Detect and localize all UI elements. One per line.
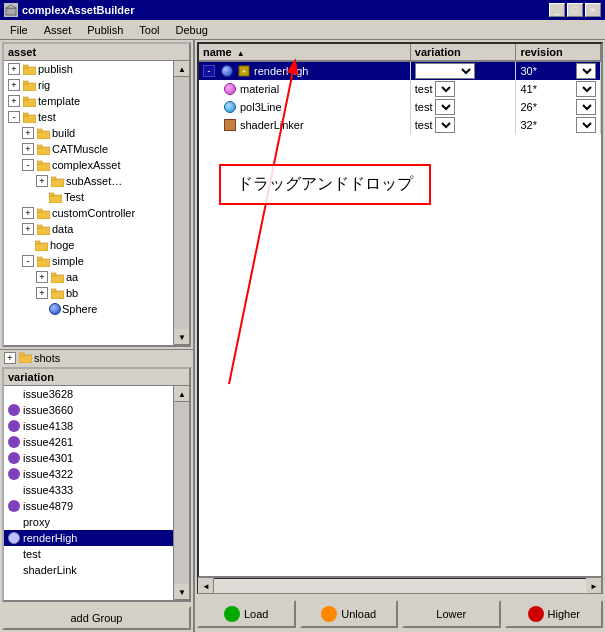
col-variation[interactable]: variation (410, 44, 516, 61)
expand-template[interactable]: + (8, 95, 20, 107)
menu-file[interactable]: File (2, 22, 36, 38)
add-group-button[interactable]: add Group (2, 606, 191, 630)
lower-label: Lower (436, 608, 466, 620)
col-name[interactable]: name ▲ (199, 44, 410, 61)
var-item-issue4138[interactable]: issue4138 (4, 418, 173, 434)
expand-catmuscle[interactable]: + (22, 143, 34, 155)
variation-select-material[interactable] (435, 81, 455, 97)
hscroll-right-btn[interactable]: ► (586, 578, 602, 594)
var-scroll-up-btn[interactable]: ▲ (174, 386, 189, 402)
var-item-renderhigh[interactable]: renderHigh (4, 530, 173, 546)
close-button[interactable]: × (585, 3, 601, 17)
hscroll-left-btn[interactable]: ◄ (198, 578, 214, 594)
tree-item-data[interactable]: + data (4, 221, 173, 237)
revision-select-pol3line[interactable] (576, 99, 596, 115)
expand-subasset[interactable]: + (36, 175, 48, 187)
tree-item-publish[interactable]: + publish (4, 61, 173, 77)
var-item-issue3660[interactable]: issue3660 (4, 402, 173, 418)
expand-publish[interactable]: + (8, 63, 20, 75)
tree-item-bb[interactable]: + bb (4, 285, 173, 301)
tree-item-simple[interactable]: - simple (4, 253, 173, 269)
folder-icon-test (22, 111, 36, 123)
horizontal-scrollbar[interactable]: ◄ ► (197, 578, 603, 594)
lower-button[interactable]: Lower (402, 600, 501, 628)
expand-data[interactable]: + (22, 223, 34, 235)
tree-item-testsub[interactable]: Test (4, 189, 173, 205)
unload-icon (321, 606, 337, 622)
var-item-issue4322[interactable]: issue4322 (4, 466, 173, 482)
var-icon-issue4322 (8, 468, 20, 480)
tree-item-rig[interactable]: + rig (4, 77, 173, 93)
asset-panel-header: asset (4, 44, 189, 61)
cell-material-variation: test (410, 80, 516, 98)
expand-shots[interactable]: + (4, 352, 16, 364)
table-row-material[interactable]: material test 41* (199, 80, 601, 98)
tree-item-test[interactable]: - test (4, 109, 173, 125)
var-item-issue4333[interactable]: issue4333 (4, 482, 173, 498)
var-scroll-down-btn[interactable]: ▼ (174, 584, 189, 600)
menu-tool[interactable]: Tool (131, 22, 167, 38)
var-item-issue4301[interactable]: issue4301 (4, 450, 173, 466)
var-label-proxy: proxy (23, 516, 50, 528)
variation-select-shaderlinker[interactable] (435, 117, 455, 133)
scroll-down-btn[interactable]: ▼ (174, 329, 189, 345)
revision-select-renderhigh[interactable] (576, 63, 596, 79)
expand-simple[interactable]: - (22, 255, 34, 267)
expand-renderhigh[interactable]: - (203, 65, 215, 77)
expand-build[interactable]: + (22, 127, 34, 139)
var-item-proxy[interactable]: proxy (4, 514, 173, 530)
table-row-renderhigh[interactable]: - + renderHigh (199, 61, 601, 80)
var-item-test[interactable]: test (4, 546, 173, 562)
tree-label-data: data (52, 223, 73, 235)
col-revision[interactable]: revision (516, 44, 601, 61)
menu-debug[interactable]: Debug (168, 22, 216, 38)
higher-button[interactable]: Higher (505, 600, 604, 628)
var-item-shaderlink[interactable]: shaderLink (4, 562, 173, 578)
variation-select-pol3line[interactable] (435, 99, 455, 115)
tree-item-complexasset[interactable]: - complexAsset (4, 157, 173, 173)
expand-bb[interactable]: + (36, 287, 48, 299)
hscroll-track[interactable] (214, 579, 586, 593)
var-label-issue3628: issue3628 (23, 388, 73, 400)
asset-tree: + publish + rig (4, 61, 173, 345)
menu-asset[interactable]: Asset (36, 22, 80, 38)
tree-item-sphere[interactable]: Sphere (4, 301, 173, 317)
svg-rect-19 (49, 193, 54, 196)
var-item-issue3628[interactable]: issue3628 (4, 386, 173, 402)
tree-label-rig: rig (38, 79, 50, 91)
variation-select-renderhigh[interactable] (415, 63, 475, 79)
tree-item-customcontroller[interactable]: + customController (4, 205, 173, 221)
tree-item-shots[interactable]: + shots (0, 349, 193, 365)
svg-rect-33 (19, 353, 24, 356)
menu-publish[interactable]: Publish (79, 22, 131, 38)
scroll-up-btn[interactable]: ▲ (174, 61, 189, 77)
var-item-issue4879[interactable]: issue4879 (4, 498, 173, 514)
revision-select-shaderlinker[interactable] (576, 117, 596, 133)
expand-customcontroller[interactable]: + (22, 207, 34, 219)
expand-aa[interactable]: + (36, 271, 48, 283)
load-button[interactable]: Load (197, 600, 296, 628)
folder-icon-simple (36, 255, 50, 267)
unload-button[interactable]: Unload (300, 600, 399, 628)
higher-icon (528, 606, 544, 622)
table-row-pol3line[interactable]: pol3Line test 26* (199, 98, 601, 116)
cell-shaderlinker-name: shaderLinker (199, 116, 410, 134)
variation-vscroll[interactable]: ▲ ▼ (173, 386, 189, 600)
var-label-issue4322: issue4322 (23, 468, 73, 480)
pol3line-icon (223, 100, 237, 114)
table-row-shaderlinker[interactable]: shaderLinker test 32* (199, 116, 601, 134)
asset-vscroll[interactable]: ▲ ▼ (173, 61, 189, 345)
tree-item-aa[interactable]: + aa (4, 269, 173, 285)
tree-item-template[interactable]: + template (4, 93, 173, 109)
expand-test[interactable]: - (8, 111, 20, 123)
expand-complexasset[interactable]: - (22, 159, 34, 171)
tree-item-build[interactable]: + build (4, 125, 173, 141)
maximize-button[interactable]: □ (567, 3, 583, 17)
tree-item-subasset[interactable]: + subAsset… (4, 173, 173, 189)
expand-rig[interactable]: + (8, 79, 20, 91)
tree-item-hoge[interactable]: hoge (4, 237, 173, 253)
tree-item-catmuscle[interactable]: + CATMuscle (4, 141, 173, 157)
revision-select-material[interactable] (576, 81, 596, 97)
var-item-issue4261[interactable]: issue4261 (4, 434, 173, 450)
minimize-button[interactable]: _ (549, 3, 565, 17)
